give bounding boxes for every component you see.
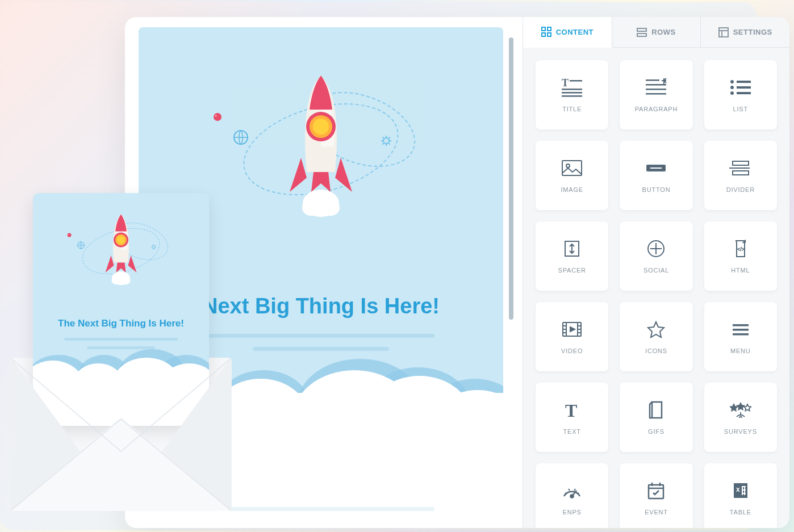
svg-rect-39 bbox=[737, 81, 751, 83]
block-divider[interactable]: DIVIDER bbox=[704, 141, 777, 210]
gifs-icon bbox=[645, 400, 667, 420]
paragraph-icon bbox=[645, 77, 667, 98]
star-icon bbox=[645, 319, 667, 340]
svg-point-11 bbox=[215, 115, 217, 117]
canvas-placeholder-lines-bottom[interactable] bbox=[207, 507, 434, 518]
envelope-front bbox=[10, 358, 232, 511]
svg-rect-48 bbox=[733, 161, 749, 165]
svg-point-9 bbox=[117, 236, 125, 244]
video-icon bbox=[561, 319, 583, 340]
block-button[interactable]: BUTTON bbox=[620, 141, 692, 210]
svg-rect-86 bbox=[742, 493, 746, 494]
svg-rect-32 bbox=[562, 92, 582, 94]
tab-settings[interactable]: SETTINGS bbox=[701, 17, 789, 48]
block-html[interactable]: </> HTML bbox=[704, 221, 777, 291]
surveys-icon bbox=[729, 400, 752, 420]
tab-content[interactable]: CONTENT bbox=[523, 17, 612, 48]
sidebar-tabs: CONTENT ROWS SETTINGS bbox=[523, 17, 789, 48]
calendar-icon bbox=[645, 480, 667, 501]
block-text-label: TEXT bbox=[563, 428, 581, 435]
block-title-label: TITLE bbox=[562, 106, 582, 112]
svg-rect-68 bbox=[733, 333, 749, 336]
block-event[interactable]: EVENT bbox=[620, 463, 692, 528]
svg-line-73 bbox=[569, 489, 570, 491]
block-menu[interactable]: MENU bbox=[704, 302, 777, 371]
divider-icon bbox=[729, 158, 752, 178]
preview-headline: The Next Big Thing Is Here! bbox=[33, 318, 209, 329]
tab-content-label: CONTENT bbox=[556, 28, 594, 36]
svg-point-15 bbox=[302, 200, 320, 216]
rocket-icon bbox=[103, 213, 140, 287]
svg-rect-31 bbox=[562, 89, 582, 90]
block-image-label: IMAGE bbox=[561, 186, 583, 193]
svg-rect-33 bbox=[562, 95, 582, 97]
tab-rows[interactable]: ROWS bbox=[612, 17, 701, 48]
block-spacer[interactable]: SPACER bbox=[536, 221, 608, 291]
svg-rect-67 bbox=[733, 329, 749, 331]
svg-rect-30 bbox=[570, 80, 582, 82]
gauge-icon bbox=[561, 480, 583, 501]
canvas-scrollbar[interactable] bbox=[509, 37, 513, 508]
svg-rect-43 bbox=[737, 92, 751, 94]
list-icon bbox=[729, 77, 752, 98]
svg-point-42 bbox=[730, 91, 734, 95]
svg-rect-20 bbox=[542, 27, 545, 31]
svg-text:T: T bbox=[565, 400, 577, 420]
menu-icon bbox=[729, 319, 752, 340]
svg-rect-24 bbox=[637, 28, 646, 31]
block-enps-label: ENPS bbox=[563, 509, 582, 516]
svg-point-13 bbox=[383, 138, 389, 144]
block-surveys[interactable]: SURVEYS bbox=[704, 383, 777, 452]
block-spacer-label: SPACER bbox=[558, 267, 586, 274]
block-paragraph-label: PARAGRAPH bbox=[635, 106, 678, 112]
block-icons-label: ICONS bbox=[645, 347, 667, 354]
layout-icon bbox=[718, 27, 729, 37]
gear-icon bbox=[381, 135, 392, 146]
block-html-label: HTML bbox=[731, 267, 750, 274]
block-event-label: EVENT bbox=[645, 509, 668, 516]
block-table[interactable]: x TABLE bbox=[704, 463, 777, 528]
svg-rect-84 bbox=[742, 486, 746, 487]
svg-rect-50 bbox=[733, 171, 749, 175]
svg-rect-41 bbox=[737, 86, 751, 89]
tab-rows-label: ROWS bbox=[651, 28, 675, 36]
block-surveys-label: SURVEYS bbox=[724, 428, 757, 435]
block-social[interactable]: SOCIAL bbox=[620, 221, 692, 291]
svg-point-16 bbox=[321, 200, 340, 216]
svg-point-19 bbox=[313, 119, 329, 135]
svg-rect-85 bbox=[742, 489, 746, 491]
block-text[interactable]: T TEXT bbox=[536, 383, 608, 452]
block-button-label: BUTTON bbox=[642, 186, 671, 193]
block-paragraph[interactable]: PARAGRAPH bbox=[620, 60, 692, 129]
block-title[interactable]: T TITLE bbox=[536, 60, 608, 129]
image-icon bbox=[561, 158, 583, 178]
content-blocks-grid: T TITLE PARAGRAPH LIST IMAG bbox=[523, 48, 789, 528]
block-gifs-label: GIFS bbox=[648, 428, 665, 435]
social-icon bbox=[645, 238, 667, 259]
svg-point-45 bbox=[566, 164, 570, 167]
svg-line-74 bbox=[574, 489, 575, 491]
block-enps[interactable]: ENPS bbox=[536, 463, 608, 528]
globe-icon bbox=[233, 129, 249, 145]
svg-rect-44 bbox=[562, 161, 582, 175]
svg-rect-66 bbox=[733, 324, 749, 326]
button-icon bbox=[645, 158, 667, 178]
block-list[interactable]: LIST bbox=[704, 60, 777, 129]
svg-point-3 bbox=[152, 246, 155, 249]
block-icons[interactable]: ICONS bbox=[620, 302, 692, 371]
block-video[interactable]: VIDEO bbox=[536, 302, 608, 371]
svg-rect-47 bbox=[650, 167, 662, 169]
block-image[interactable]: IMAGE bbox=[536, 141, 608, 210]
svg-text:T: T bbox=[562, 77, 569, 89]
email-preview-envelope: The Next Big Thing Is Here! bbox=[10, 193, 232, 511]
svg-rect-34 bbox=[646, 79, 659, 81]
svg-rect-26 bbox=[719, 28, 728, 37]
svg-point-40 bbox=[730, 86, 734, 89]
svg-rect-25 bbox=[637, 33, 646, 36]
scrollbar-thumb[interactable] bbox=[509, 37, 513, 320]
block-table-label: TABLE bbox=[730, 509, 751, 516]
grid-icon bbox=[541, 27, 551, 37]
svg-rect-22 bbox=[542, 33, 545, 36]
block-gifs[interactable]: GIFS bbox=[620, 383, 692, 452]
rows-icon bbox=[637, 27, 647, 37]
